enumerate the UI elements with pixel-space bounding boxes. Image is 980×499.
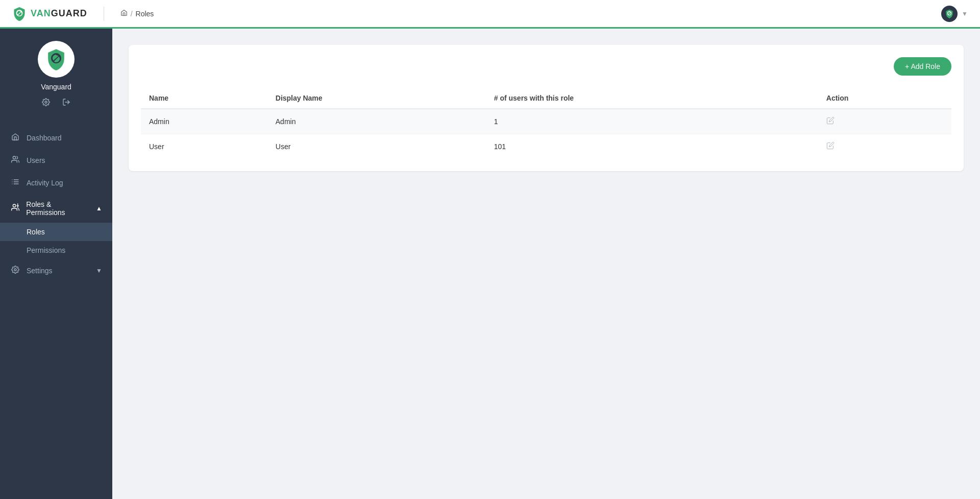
sidebar-username: Vanguard — [41, 83, 71, 91]
gear-icon — [42, 98, 50, 106]
cell-user-count: 1 — [486, 109, 818, 134]
home-icon — [10, 133, 20, 143]
topbar-left: VANGUARD / Roles — [12, 7, 154, 21]
topbar: VANGUARD / Roles ▼ — [0, 0, 980, 29]
logout-icon — [62, 98, 70, 106]
cell-display-name: Admin — [267, 109, 486, 134]
topbar-user-dropdown-icon[interactable]: ▼ — [962, 10, 968, 17]
table-header: Name Display Name # of users with this r… — [141, 88, 951, 109]
topbar-right: ▼ — [941, 6, 968, 22]
list-icon — [10, 178, 20, 188]
column-name: Name — [141, 88, 267, 109]
topbar-shield-icon — [945, 9, 954, 18]
logo-shield-icon — [12, 7, 27, 21]
column-display-name: Display Name — [267, 88, 486, 109]
logo-area: VANGUARD — [12, 7, 87, 21]
cell-action — [818, 109, 951, 134]
settings-gear-icon — [10, 266, 20, 276]
sidebar-nav: Dashboard Users — [0, 123, 112, 282]
sidebar-sub-item-label: Roles — [27, 228, 45, 236]
roles-card: + Add Role Name Display Name # of users … — [129, 45, 964, 171]
sidebar-item-dashboard[interactable]: Dashboard — [0, 127, 112, 149]
sidebar-avatar — [38, 41, 75, 78]
topbar-divider — [104, 7, 104, 21]
sidebar-icon-row — [40, 96, 72, 110]
topbar-user-avatar[interactable] — [941, 6, 958, 22]
sidebar-sub-item-roles[interactable]: Roles — [0, 223, 112, 241]
sidebar-item-users[interactable]: Users — [0, 149, 112, 172]
table-row: Admin Admin 1 — [141, 109, 951, 134]
sidebar-item-settings[interactable]: Settings ▼ — [0, 259, 112, 282]
add-role-button[interactable]: + Add Role — [894, 57, 951, 76]
cell-action — [818, 134, 951, 159]
edit-icon[interactable] — [826, 117, 835, 126]
sidebar-sub-item-permissions[interactable]: Permissions — [0, 241, 112, 259]
roles-icon — [10, 203, 20, 213]
table-header-row: Name Display Name # of users with this r… — [141, 88, 951, 109]
card-header: + Add Role — [141, 57, 951, 76]
sidebar-profile: Vanguard — [0, 41, 112, 123]
roles-table: Name Display Name # of users with this r… — [141, 88, 951, 159]
column-action: Action — [818, 88, 951, 109]
cell-name: User — [141, 134, 267, 159]
chevron-down-icon: ▼ — [96, 267, 102, 274]
breadcrumb: / Roles — [120, 9, 154, 18]
column-user-count: # of users with this role — [486, 88, 818, 109]
sidebar: Vanguard — [0, 29, 112, 499]
svg-point-2 — [13, 156, 15, 159]
cell-display-name: User — [267, 134, 486, 159]
cell-user-count: 101 — [486, 134, 818, 159]
sidebar-item-label: Roles & Permissions — [26, 200, 90, 217]
svg-point-13 — [14, 269, 16, 271]
chevron-up-icon: ▲ — [96, 205, 102, 212]
cell-name: Admin — [141, 109, 267, 134]
sidebar-item-label: Users — [27, 156, 45, 164]
sidebar-shield-icon — [45, 48, 67, 70]
sidebar-item-label: Dashboard — [27, 134, 62, 142]
sidebar-item-activity-log[interactable]: Activity Log — [0, 172, 112, 194]
svg-point-9 — [13, 204, 15, 207]
users-icon — [10, 155, 20, 165]
sidebar-settings-button[interactable] — [40, 96, 52, 110]
svg-point-0 — [45, 101, 47, 103]
sidebar-item-label: Activity Log — [27, 179, 63, 187]
sidebar-item-label: Settings — [27, 267, 53, 275]
main-layout: Vanguard — [0, 29, 980, 499]
breadcrumb-current: Roles — [136, 10, 154, 18]
sidebar-sub-item-label: Permissions — [27, 246, 65, 254]
breadcrumb-separator: / — [131, 10, 133, 18]
breadcrumb-home-icon[interactable] — [120, 9, 128, 18]
sidebar-logout-button[interactable] — [60, 96, 72, 110]
table-row: User User 101 — [141, 134, 951, 159]
sidebar-item-roles-permissions[interactable]: Roles & Permissions ▲ — [0, 194, 112, 223]
logo-text: VANGUARD — [31, 8, 87, 19]
svg-point-10 — [17, 205, 18, 206]
edit-icon[interactable] — [826, 142, 835, 151]
content-area: + Add Role Name Display Name # of users … — [112, 29, 980, 499]
table-body: Admin Admin 1 User User 101 — [141, 109, 951, 159]
